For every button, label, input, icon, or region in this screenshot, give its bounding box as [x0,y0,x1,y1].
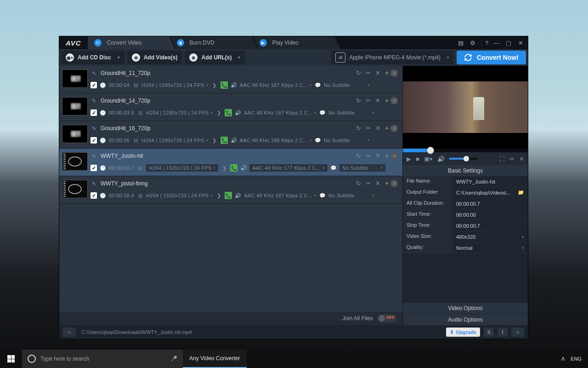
remove-icon[interactable]: ✕ [390,152,398,160]
add-urls-button[interactable]: ⊕ Add URL(s) ▾ [185,51,245,64]
scissors-icon[interactable]: ✂ [366,69,371,77]
add-cd-button[interactable]: ◉+ Add CD Disc ▾ [61,51,124,64]
title-tab-burn-dvd[interactable]: ◉Burn DVD [170,36,258,49]
play-icon[interactable]: ▶ [407,155,411,162]
file-item[interactable]: ✎ GroundHit_16_720p ↻ ✂ ✕ + ✕ ✓ 🕐 00:00:… [59,121,402,149]
add-videos-button[interactable]: ⊕ Add Video(s) [127,51,182,64]
tray-chevron-icon[interactable]: ᐱ [561,356,565,362]
checkbox[interactable]: ✓ [90,165,97,171]
remove-icon[interactable]: ✕ [390,69,398,77]
language-indicator[interactable]: ENG [571,356,582,362]
video-options-button[interactable]: Video Options [403,303,528,314]
audio-info[interactable]: AAC 48 KHz 187 Kbps 2 C...▾ [240,82,312,88]
refresh-icon[interactable]: ↻ [356,180,361,187]
scissors-icon[interactable]: ✂ [366,125,371,132]
settings-value[interactable]: Normal▾ [452,242,528,253]
add-icon[interactable]: + [385,97,389,104]
snapshot-icon[interactable]: ▣▾ [424,155,433,162]
subtitle-info[interactable]: No Subtitle▾ [339,164,385,172]
volume-slider[interactable] [449,158,478,160]
video-info[interactable]: H264 | 1280x720 | 24 FPS▾ [141,138,208,143]
checkbox[interactable]: ✓ [90,82,97,88]
option-icon[interactable]: ▤ [457,39,464,46]
add-icon[interactable]: + [385,125,389,132]
help-icon[interactable]: ? [481,39,488,46]
add-icon[interactable]: + [385,180,389,187]
audio-info[interactable]: AAC 48 KHz 187 Kbps 2 C...▾ [244,193,316,198]
video-info[interactable]: H264 | 1920x720 | 24 FPS▾ [146,193,213,198]
audio-options-button[interactable]: Audio Options [403,314,528,325]
seek-bar[interactable] [403,149,528,152]
file-thumbnail [62,125,88,143]
remove-icon[interactable]: ✕ [390,180,398,187]
maximize-icon[interactable]: ▢ [505,39,512,46]
remove-icon[interactable]: ✕ [390,125,398,132]
effects-icon[interactable]: ✕ [375,97,380,104]
collapse-left-button[interactable]: « [63,328,76,337]
microphone-icon[interactable]: 🎤 [170,356,177,362]
folder-icon[interactable]: 📁 [518,190,524,196]
edit-icon[interactable]: ✎ [90,180,97,187]
title-tab-convert-video[interactable]: ↻Convert Video [88,36,175,49]
video-info[interactable]: H264 | 1920x720 | 24 FPS▾ [146,164,218,172]
scissors-icon[interactable]: ✂ [366,97,371,104]
refresh-icon[interactable]: ↻ [356,97,361,104]
gear-icon[interactable]: ⚙ [469,39,476,46]
subtitle-info[interactable]: No Subtitle▾ [328,110,374,115]
checkbox[interactable]: ✓ [90,137,97,144]
taskbar-app[interactable]: Any Video Converter [183,350,247,368]
effects-icon[interactable]: ✕ [375,152,380,160]
subtitle-info[interactable]: No Subtitle▾ [324,82,370,88]
audio-info[interactable]: AAC 48 KHz 177 Kbps 2 C...▾ [249,164,327,172]
crop-icon[interactable]: ✕ [519,155,524,162]
file-item[interactable]: ✎ WWTY_Justin-hit ↻ ✂ ✕ + ✕ ✓ 🕐 00:00:00… [59,149,402,176]
checkbox[interactable]: ✓ [90,109,97,116]
file-name: GroundHit_11_720p [101,70,150,76]
refresh-icon[interactable]: ↻ [356,125,361,132]
file-item[interactable]: ✎ GroundHit_11_720p ↻ ✂ ✕ + ✕ ✓ 🕐 00:00:… [59,66,402,93]
stop-icon[interactable]: ■ [416,155,419,162]
edit-icon[interactable]: ✎ [90,125,97,132]
convert-now-button[interactable]: Convert Now! [457,51,526,64]
subtitle-info[interactable]: No Subtitle▾ [328,193,374,198]
edit-icon[interactable]: ✎ [90,153,97,159]
scissors-icon[interactable]: ✂ [366,152,371,160]
refresh-icon[interactable]: ↻ [356,69,361,77]
remove-icon[interactable]: ✕ [390,97,398,104]
audio-info[interactable]: AAC 48 KHz 187 Kbps 2 C...▾ [244,110,316,115]
subtitle-info[interactable]: No Subtitle▾ [324,138,370,143]
video-info[interactable]: H264 | 1280x720 | 24 FPS▾ [141,82,208,88]
twitter-icon[interactable]: 𝕏 [484,328,494,337]
edit-icon[interactable]: ✎ [90,98,97,104]
settings-value[interactable]: C:\Users\qbap\Videos\...📁 [452,187,528,198]
effects-icon[interactable]: ✕ [375,180,380,187]
video-info[interactable]: H264 | 1280x720 | 24 FPS▾ [146,110,213,115]
add-icon[interactable]: + [385,69,389,77]
start-button[interactable] [0,350,22,368]
link-icon[interactable]: ⛶ [499,155,505,162]
join-all-toggle[interactable]: OFF [378,314,397,322]
taskbar-search[interactable]: Type here to search 🎤 [22,350,183,368]
play-icon: ▶ [260,39,267,46]
file-item[interactable]: ✎ GroundHit_14_720p ↻ ✂ ✕ + ✕ ✓ 🕐 00:00:… [59,93,402,121]
volume-icon[interactable]: 🔊 [437,155,445,162]
upgrade-button[interactable]: ⬆ Upgrade [446,328,480,337]
audio-info[interactable]: AAC 48 KHz 188 Kbps 2 C...▾ [240,138,312,143]
file-item[interactable]: ✎ WWTY_pistol-firing ↻ ✂ ✕ + ✕ ✓ 🕐 00:00… [59,176,402,204]
close-icon[interactable]: ✕ [517,39,524,46]
settings-value[interactable]: 480x320▾ [452,231,528,242]
minimize-icon[interactable]: — [493,39,500,46]
add-icon[interactable]: + [385,152,389,160]
title-tab-play-video[interactable]: ▶Play Video [253,36,340,49]
expand-right-button[interactable]: » [511,328,524,337]
scissors-icon[interactable]: ✂ [509,155,514,162]
chevron-down-icon: ▾ [118,55,120,60]
output-format-selector[interactable]: all Apple iPhone MPEG-4 Movie (*.mp4) ▾ [331,51,454,64]
facebook-icon[interactable]: f [498,328,508,337]
edit-icon[interactable]: ✎ [90,70,97,76]
effects-icon[interactable]: ✕ [375,69,380,77]
effects-icon[interactable]: ✕ [375,125,380,132]
scissors-icon[interactable]: ✂ [366,180,371,187]
refresh-icon[interactable]: ↻ [356,152,361,160]
checkbox[interactable]: ✓ [90,192,97,199]
